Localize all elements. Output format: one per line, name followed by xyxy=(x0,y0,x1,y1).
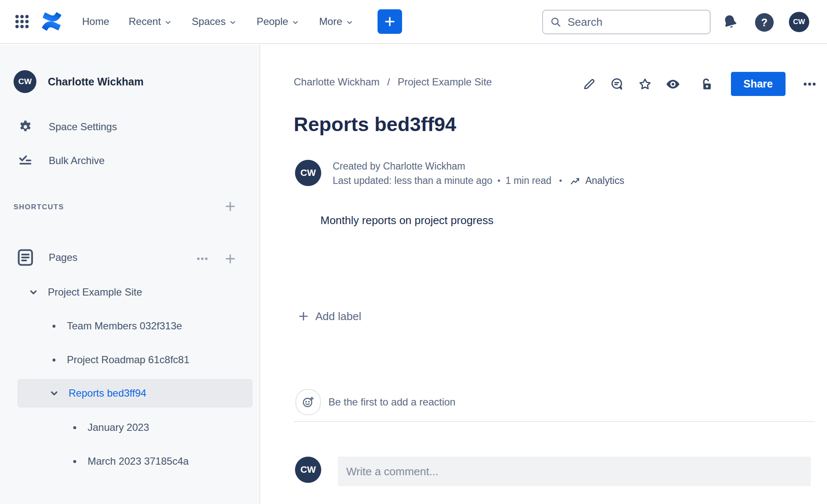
share-button[interactable]: Share xyxy=(731,72,786,96)
analytics-label: Analytics xyxy=(585,174,624,187)
analytics-icon xyxy=(570,175,581,186)
unlock-icon[interactable] xyxy=(700,77,714,91)
sidebar-item-label: Space Settings xyxy=(49,121,117,133)
bullet-dot xyxy=(73,426,76,429)
pages-more-menu[interactable] xyxy=(196,252,209,266)
breadcrumb: Charlotte Wickham / Project Example Site xyxy=(294,76,492,88)
chevron-down-icon xyxy=(345,18,354,27)
question-mark-glyph: ? xyxy=(761,16,767,29)
created-by-text: Created by Charlotte Wickham xyxy=(333,160,465,173)
plus-icon xyxy=(298,310,309,322)
top-navigation-bar: Home Recent Spaces People More xyxy=(0,0,827,44)
pages-icon xyxy=(17,248,34,267)
sidebar-item-label: Bulk Archive xyxy=(49,155,105,167)
nav-item-recent[interactable]: Recent xyxy=(129,16,172,27)
nav-item-spaces[interactable]: Spaces xyxy=(192,16,237,27)
chevron-down-icon xyxy=(229,18,237,27)
meta-line: Last updated: less than a minute ago • 1… xyxy=(333,174,624,187)
primary-nav-menu: Home Recent Spaces People More xyxy=(82,16,354,27)
tree-item-project-roadmap[interactable]: Project Roadmap 61c8fc81 xyxy=(52,353,190,367)
reaction-prompt-text: Be the first to add a reaction xyxy=(328,396,455,408)
tree-item-label: January 2023 xyxy=(88,422,149,433)
nav-item-more[interactable]: More xyxy=(319,16,354,27)
page-body-text: Monthly reports on project progress xyxy=(320,213,493,228)
author-avatar[interactable]: CW xyxy=(295,160,321,186)
emoji-add-icon xyxy=(301,395,315,409)
analytics-link[interactable]: Analytics xyxy=(570,174,624,187)
created-by-line: Created by Charlotte Wickham xyxy=(333,160,624,173)
profile-avatar[interactable]: CW xyxy=(789,12,809,32)
bullet-dot xyxy=(73,460,76,463)
tree-item-march-2023[interactable]: March 2023 37185c4a xyxy=(73,454,189,468)
pages-heading-label: Pages xyxy=(49,252,77,263)
page-title: Reports bed3ff94 xyxy=(294,112,456,136)
tree-item-label: Team Members 032f313e xyxy=(67,320,182,332)
dot-separator: • xyxy=(559,174,562,187)
bulk-archive-icon xyxy=(17,153,33,169)
breadcrumb-space[interactable]: Charlotte Wickham xyxy=(294,76,380,88)
space-sidebar: CW Charlotte Wickham Space Settings Bulk… xyxy=(0,45,260,504)
breadcrumb-separator: / xyxy=(387,76,390,88)
nav-item-people[interactable]: People xyxy=(256,16,300,27)
create-button[interactable] xyxy=(378,9,402,34)
add-reaction-button[interactable] xyxy=(295,389,321,415)
space-profile[interactable]: CW Charlotte Wickham xyxy=(14,70,143,93)
page-content: Charlotte Wickham / Project Example Site xyxy=(260,45,827,504)
help-icon[interactable]: ? xyxy=(755,13,774,32)
add-shortcut-button[interactable] xyxy=(223,200,237,213)
confluence-logo[interactable] xyxy=(41,12,62,31)
chevron-down-icon xyxy=(164,18,172,27)
app-grid-icon[interactable] xyxy=(13,12,31,31)
breadcrumb-parent-page[interactable]: Project Example Site xyxy=(397,76,492,88)
content-divider xyxy=(294,421,815,422)
space-name: Charlotte Wickham xyxy=(48,76,143,88)
dot-separator: • xyxy=(497,174,500,187)
tree-item-project-example-site[interactable]: Project Example Site xyxy=(28,285,142,299)
nav-item-label: People xyxy=(256,16,288,27)
plus-icon xyxy=(383,15,396,28)
edit-pencil-icon[interactable] xyxy=(582,77,596,91)
tree-item-label: Reports bed3ff94 xyxy=(69,387,146,399)
commenter-avatar: CW xyxy=(295,457,321,483)
watch-eye-icon[interactable] xyxy=(666,77,680,91)
search-icon xyxy=(550,16,562,28)
comment-bubble-icon[interactable] xyxy=(610,77,624,91)
chevron-down-icon xyxy=(291,18,300,27)
search-input[interactable] xyxy=(568,16,709,29)
tree-item-january-2023[interactable]: January 2023 xyxy=(73,420,149,435)
nav-item-label: Spaces xyxy=(192,16,226,27)
tree-item-label: March 2023 37185c4a xyxy=(88,455,189,467)
more-actions-icon[interactable] xyxy=(802,77,817,91)
pages-section-header[interactable]: Pages xyxy=(17,248,77,267)
nav-item-label: Home xyxy=(82,16,109,27)
shortcuts-heading: SHORTCUTS xyxy=(14,203,64,211)
chevron-down-icon[interactable] xyxy=(49,388,60,399)
bullet-dot xyxy=(52,359,55,362)
nav-item-label: More xyxy=(319,16,342,27)
notifications-bell-icon[interactable] xyxy=(720,12,740,32)
tree-item-label: Project Example Site xyxy=(48,286,142,298)
page-actions: Share xyxy=(582,72,817,96)
nav-item-label: Recent xyxy=(129,16,161,27)
bullet-dot xyxy=(52,325,55,328)
tree-item-team-members[interactable]: Team Members 032f313e xyxy=(52,319,182,333)
sidebar-item-bulk-archive[interactable]: Bulk Archive xyxy=(17,153,105,169)
comment-input[interactable] xyxy=(346,465,802,478)
tree-item-label: Project Roadmap 61c8fc81 xyxy=(67,354,190,366)
add-label-text: Add label xyxy=(315,310,361,323)
nav-item-home[interactable]: Home xyxy=(82,16,109,27)
star-icon[interactable] xyxy=(638,77,652,91)
read-time-text: 1 min read xyxy=(505,174,551,187)
reactions-section: Be the first to add a reaction xyxy=(295,389,455,415)
gear-icon xyxy=(17,119,33,135)
last-updated-text[interactable]: Last updated: less than a minute ago xyxy=(333,174,492,187)
chevron-down-icon[interactable] xyxy=(28,287,39,298)
byline: CW Created by Charlotte Wickham Last upd… xyxy=(295,160,624,187)
comment-input-box[interactable] xyxy=(338,457,811,486)
global-search[interactable] xyxy=(542,10,711,34)
space-avatar: CW xyxy=(14,70,36,93)
add-label-button[interactable]: Add label xyxy=(298,308,361,325)
tree-item-reports-selected[interactable]: Reports bed3ff94 xyxy=(17,379,253,408)
sidebar-item-space-settings[interactable]: Space Settings xyxy=(17,119,117,135)
add-page-button[interactable] xyxy=(223,252,237,266)
